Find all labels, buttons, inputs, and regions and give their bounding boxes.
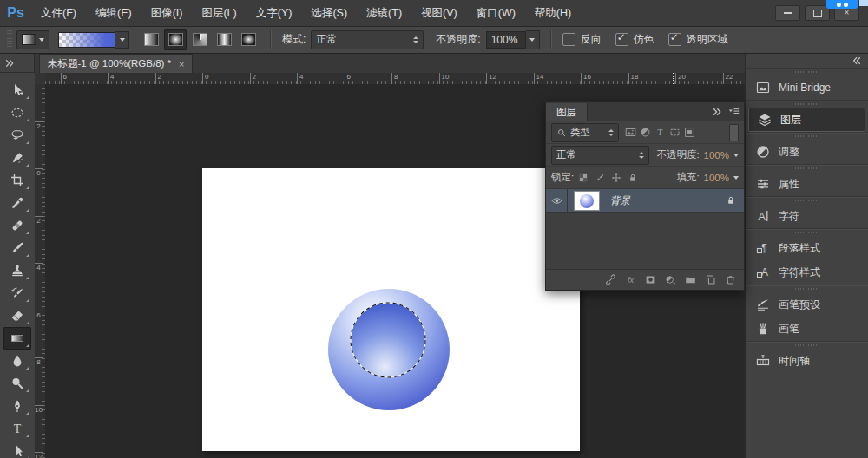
dock-panel-character-styles[interactable]: A字符样式 — [746, 260, 867, 285]
dither-checkbox[interactable] — [615, 33, 628, 46]
toolbox-collapse-header[interactable] — [0, 54, 35, 73]
chevron-down-icon[interactable] — [733, 176, 739, 180]
type-tool[interactable]: T — [3, 417, 31, 440]
blend-mode-select[interactable]: 正常 — [311, 30, 424, 49]
collapse-dock-icon[interactable] — [852, 56, 862, 66]
dodge-tool[interactable] — [3, 372, 31, 395]
lock-position-icon[interactable] — [611, 173, 621, 183]
quick-selection-tool[interactable] — [3, 147, 31, 169]
h-ruler-label: 10 — [439, 73, 450, 84]
dock-panel-brush-presets[interactable]: 画笔预设 — [746, 292, 867, 317]
opacity-dropdown-button[interactable] — [526, 30, 540, 49]
menu-item-image[interactable]: 图像(I) — [141, 0, 193, 26]
dock-panel-mini-bridge[interactable]: Mini Bridge — [746, 75, 867, 100]
layer-row[interactable]: 背景 — [546, 189, 744, 213]
chevron-down-icon[interactable] — [733, 154, 739, 157]
mask-button[interactable] — [645, 274, 656, 285]
dock-panel-brushes[interactable]: 画笔 — [746, 317, 867, 341]
dock-panel-paragraph-styles[interactable]: ¶段落样式 — [746, 236, 867, 260]
new-layer-button[interactable] — [705, 274, 716, 285]
dither-option[interactable]: 仿色 — [615, 32, 654, 47]
menu-item-select[interactable]: 选择(S) — [301, 0, 357, 26]
layer-visibility-toggle[interactable] — [546, 189, 568, 212]
blend-mode-value: 正常 — [316, 32, 337, 47]
tool-preset-picker[interactable] — [16, 30, 49, 49]
linear-gradient-icon — [144, 33, 159, 46]
adjustment-button[interactable] — [665, 274, 676, 285]
menu-item-layer[interactable]: 图层(L) — [192, 0, 246, 26]
menu-item-file[interactable]: 文件(F) — [31, 0, 86, 26]
lasso-tool[interactable] — [3, 124, 31, 147]
reflected-gradient-button[interactable] — [213, 29, 235, 50]
fx-button[interactable]: fx — [625, 274, 636, 285]
dock-panel-adjustments[interactable]: 调整 — [746, 140, 867, 164]
diamond-gradient-button[interactable] — [237, 29, 260, 50]
path-selection-tool[interactable] — [3, 440, 31, 458]
blur-tool[interactable] — [3, 350, 31, 372]
menu-item-filter[interactable]: 滤镜(T) — [357, 0, 411, 26]
angle-gradient-button[interactable] — [188, 29, 211, 50]
marquee-tool[interactable] — [3, 101, 31, 124]
chevron-down-icon — [120, 38, 125, 42]
eye-icon — [551, 195, 562, 206]
reverse-option[interactable]: 反向 — [562, 32, 602, 47]
layer-filter-select[interactable]: 类型 — [551, 123, 619, 142]
eraser-tool[interactable] — [3, 304, 31, 327]
document-canvas[interactable] — [202, 168, 580, 451]
crop-tool[interactable] — [3, 169, 31, 192]
menu-item-type[interactable]: 文字(Y) — [247, 0, 302, 26]
brush-tool[interactable] — [3, 237, 31, 259]
type-filter-icon[interactable]: T — [654, 127, 666, 138]
healing-brush-tool[interactable] — [3, 214, 31, 237]
updown-icon — [639, 152, 644, 159]
ruler-cursor-marker — [673, 73, 674, 84]
eyedropper-tool[interactable] — [3, 192, 31, 214]
lock-transparent-icon[interactable] — [578, 173, 589, 183]
menu-item-edit[interactable]: 编辑(E) — [86, 0, 141, 26]
layer-thumbnail[interactable] — [574, 191, 600, 211]
chevron-down-icon — [529, 38, 535, 42]
tab-close-icon[interactable]: × — [179, 59, 184, 69]
pixel-filter-icon[interactable] — [625, 127, 636, 138]
history-brush-tool[interactable] — [3, 282, 31, 304]
link-button[interactable] — [605, 274, 616, 285]
adjustment-filter-icon[interactable] — [640, 127, 651, 138]
horizontal-ruler[interactable]: 6420246810121416182022 — [45, 73, 745, 85]
shape-filter-icon[interactable] — [669, 127, 681, 138]
fill-value[interactable]: 100% — [704, 173, 729, 183]
minimize-button[interactable] — [775, 5, 800, 21]
gradient-picker-button[interactable] — [115, 31, 129, 49]
double-right-icon[interactable] — [712, 107, 722, 117]
reverse-checkbox[interactable] — [562, 33, 575, 46]
crop-tool-icon — [10, 173, 24, 187]
dock-panel-timeline[interactable]: 时间轴 — [746, 349, 867, 373]
lock-all-icon[interactable] — [628, 173, 638, 183]
trash-button[interactable] — [725, 274, 736, 285]
clone-stamp-tool[interactable] — [3, 259, 31, 282]
transparency-checkbox[interactable] — [668, 33, 681, 46]
menu-item-window[interactable]: 窗口(W) — [467, 0, 525, 26]
panel-menu-icon[interactable] — [728, 106, 740, 117]
layer-filter-toggle[interactable] — [729, 124, 739, 141]
mask-icon — [645, 274, 656, 285]
transparency-option[interactable]: 透明区域 — [668, 32, 728, 47]
gradient-preview-swatch[interactable] — [58, 32, 115, 48]
move-tool[interactable] — [3, 79, 31, 101]
menu-item-help[interactable]: 帮助(H) — [525, 0, 581, 26]
layers-panel-tab[interactable]: 图层 — [546, 103, 588, 121]
gradient-tool[interactable] — [3, 327, 31, 350]
lock-paint-icon[interactable] — [595, 173, 605, 183]
layer-opacity-value[interactable]: 100% — [704, 150, 729, 160]
linear-gradient-button[interactable] — [140, 29, 162, 50]
dock-panel-properties[interactable]: 属性 — [746, 172, 867, 196]
menu-item-view[interactable]: 视图(V) — [411, 0, 467, 26]
document-tab[interactable]: 未标题-1 @ 100%(RGB/8) * × — [39, 54, 193, 73]
radial-gradient-button[interactable] — [164, 29, 187, 50]
smart-filter-icon[interactable] — [684, 127, 695, 138]
folder-button[interactable] — [685, 274, 696, 285]
layer-blend-mode-select[interactable]: 正常 — [551, 146, 649, 165]
opacity-input[interactable]: 100% — [486, 31, 526, 49]
dock-panel-layers[interactable]: 图层 — [748, 108, 865, 132]
dock-panel-character[interactable]: A字符 — [746, 204, 867, 228]
pen-tool[interactable] — [3, 395, 31, 417]
